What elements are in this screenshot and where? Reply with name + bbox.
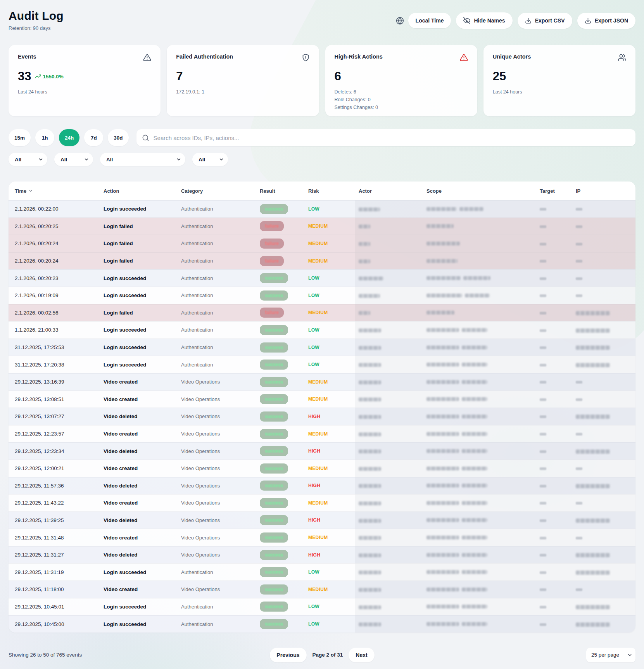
cell-actor-redacted [359,206,426,212]
cell-scope-redacted [426,224,540,228]
table-row[interactable]: 29.12.2025, 11:18:00Video createdVideo O… [9,581,635,598]
cell-result: success [260,550,308,560]
cell-time: 2.1.2026, 00:22:00 [15,206,104,212]
cell-risk: LOW [308,327,359,333]
audit-table-body: 2.1.2026, 00:22:00Login succeededAuthent… [9,200,635,633]
cell-time: 2.1.2026, 00:02:56 [15,310,104,316]
previous-page-button[interactable]: Previous [269,648,306,662]
alert-triangle-red-icon [460,54,468,63]
table-row[interactable]: 2.1.2026, 00:20:24Login failedAuthentica… [9,235,635,252]
table-row[interactable]: 31.12.2025, 17:25:53Login succeededAuthe… [9,339,635,356]
table-row[interactable]: 2.1.2026, 00:20:24Login failedAuthentica… [9,252,635,270]
table-row[interactable]: 2.1.2026, 00:20:25Login failedAuthentica… [9,218,635,235]
cell-target-redacted [540,275,576,281]
stat-subtext-role-changes: Role Changes: 0 [335,96,468,103]
cell-ip-redacted [576,413,635,419]
cell-target-redacted [540,223,576,229]
table-row[interactable]: 29.12.2025, 11:43:22Video createdVideo O… [9,494,635,512]
table-row[interactable]: 29.12.2025, 11:39:25Video deletedVideo O… [9,512,635,529]
stat-value: 33 [18,69,31,83]
cell-actor-redacted [359,517,426,523]
cell-result: failure [260,308,308,318]
table-row[interactable]: 29.12.2025, 12:00:21Video createdVideo O… [9,460,635,477]
table-row[interactable]: 29.12.2025, 13:16:39Video createdVideo O… [9,373,635,391]
range-pill-24h[interactable]: 24h [59,129,79,146]
hide-names-button[interactable]: Hide Names [456,12,512,29]
cell-category: Video Operations [181,379,260,385]
cell-risk: LOW [308,569,359,575]
cell-target-redacted [540,535,576,541]
cell-result: success [260,481,308,491]
cell-category: Authentication [181,344,260,350]
table-row[interactable]: 29.12.2025, 13:07:27Video deletedVideo O… [9,408,635,425]
cell-target-redacted [540,327,576,333]
cell-actor-redacted [359,431,426,437]
table-row[interactable]: 2.1.2026, 00:19:09Login succeededAuthent… [9,287,635,304]
cell-risk: HIGH [308,483,359,488]
column-header-time[interactable]: Time [15,188,104,194]
table-row[interactable]: 29.12.2025, 11:31:27Video deletedVideo O… [9,546,635,564]
cell-scope-redacted [426,449,540,453]
export-json-button[interactable]: Export JSON [577,13,635,29]
cell-category: Authentication [181,292,260,298]
table-row[interactable]: 2.1.2026, 00:02:56Login failedAuthentica… [9,304,635,322]
table-row[interactable]: 29.12.2025, 11:31:48Video createdVideo O… [9,529,635,546]
table-row[interactable]: 29.12.2025, 11:57:36Video deletedVideo O… [9,477,635,494]
cell-risk: HIGH [308,552,359,558]
filter-select-2-control[interactable]: All [54,153,93,166]
cell-category: Video Operations [181,586,260,592]
cell-ip-redacted [576,275,635,281]
per-page-select-control[interactable]: 25 per page [586,648,635,662]
cell-target-redacted [540,448,576,454]
range-pill-30d[interactable]: 30d [108,129,128,146]
cell-actor-redacted [359,396,426,402]
table-row[interactable]: 29.12.2025, 12:23:57Video createdVideo O… [9,425,635,443]
cell-actor-redacted [359,552,426,558]
table-row[interactable]: 29.12.2025, 13:08:51Video createdVideo O… [9,391,635,408]
export-csv-button[interactable]: Export CSV [518,13,572,29]
table-row[interactable]: 29.12.2025, 12:23:34Video deletedVideo O… [9,442,635,460]
cell-action: Video deleted [104,483,181,489]
table-row[interactable]: 29.12.2025, 11:31:19Login succeededAuthe… [9,563,635,581]
filter-select-4-control[interactable]: All [192,153,228,166]
cell-action: Login succeeded [104,621,181,627]
filter-row: 15m 1h 24h 7d 30d [9,129,635,146]
table-row[interactable]: 31.12.2025, 17:20:38Login succeededAuthe… [9,356,635,373]
cell-target-redacted [540,362,576,368]
cell-ip-redacted [576,292,635,298]
range-pill-7d[interactable]: 7d [84,129,103,146]
column-header-result: Result [260,188,308,194]
stat-subtext: Last 24 hours [493,88,626,95]
cell-risk: LOW [308,604,359,609]
cell-action: Video created [104,465,181,471]
table-row[interactable]: 2.1.2026, 00:22:00Login succeededAuthent… [9,200,635,218]
cell-time: 29.12.2025, 10:45:00 [15,621,104,627]
next-page-button[interactable]: Next [349,648,374,662]
search-input[interactable] [154,135,630,141]
trend-value: 1550.0% [43,74,63,80]
result-badge: success [260,602,288,612]
cell-actor-redacted [359,362,426,368]
cell-risk: LOW [308,275,359,281]
table-row[interactable]: 1.1.2026, 21:00:33Login succeededAuthent… [9,321,635,339]
cell-time: 29.12.2025, 13:08:51 [15,396,104,402]
cell-result: success [260,602,308,612]
cell-risk: MEDIUM [308,258,359,264]
cell-target-redacted [540,413,576,419]
cell-ip-redacted [576,240,635,246]
cell-actor-redacted [359,604,426,610]
filter-select-3-control[interactable]: All [100,153,185,166]
search-icon [142,134,149,142]
result-badge: success [260,377,288,387]
cell-actor-redacted [359,448,426,454]
local-time-button[interactable]: Local Time [408,13,451,28]
range-pill-15m[interactable]: 15m [9,129,31,146]
sort-chevron-icon [28,188,33,193]
table-row[interactable]: 29.12.2025, 10:45:01Login succeededAuthe… [9,598,635,615]
table-row[interactable]: 2.1.2026, 00:20:23Login succeededAuthent… [9,269,635,287]
filter-select-1-control[interactable]: All [9,153,47,166]
table-row[interactable]: 29.12.2025, 10:45:00Login succeededAuthe… [9,615,635,633]
range-pill-1h[interactable]: 1h [35,129,54,146]
cell-action: Video created [104,586,181,592]
cell-scope-redacted [426,467,540,470]
